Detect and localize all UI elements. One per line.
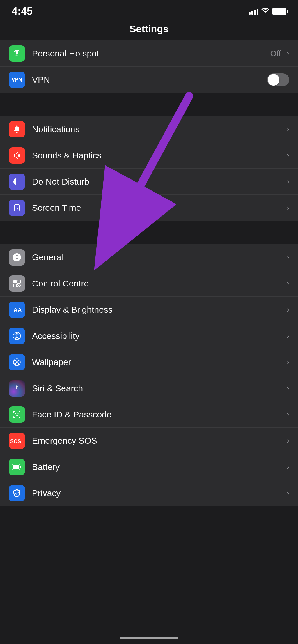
personal-hotspot-icon: [9, 45, 25, 62]
svg-rect-4: [13, 280, 17, 283]
control-centre-chevron: ›: [287, 279, 289, 288]
battery-icon: [272, 8, 286, 15]
settings-row-battery[interactable]: Battery ›: [0, 454, 298, 480]
accessibility-label: Accessibility: [32, 331, 284, 341]
status-bar: 4:45: [0, 0, 298, 20]
screentime-label: Screen Time: [32, 203, 284, 213]
battery-chevron: ›: [287, 462, 289, 471]
svg-rect-21: [20, 411, 20, 413]
settings-row-faceid[interactable]: Face ID & Passcode ›: [0, 401, 298, 428]
notifications-label: Notifications: [32, 124, 284, 134]
svg-rect-31: [20, 466, 21, 468]
settings-row-siri[interactable]: Siri & Search ›: [0, 375, 298, 401]
emergency-sos-chevron: ›: [287, 436, 289, 445]
status-icons: [249, 7, 286, 15]
accessibility-chevron: ›: [287, 331, 289, 340]
settings-row-accessibility[interactable]: Accessibility ›: [0, 323, 298, 349]
emergency-sos-icon: SOS: [9, 433, 25, 449]
home-indicator: [120, 637, 178, 639]
accessibility-icon: [9, 328, 25, 344]
control-centre-label: Control Centre: [32, 279, 284, 289]
siri-chevron: ›: [287, 384, 289, 393]
sounds-chevron: ›: [287, 151, 289, 160]
sounds-label: Sounds & Haptics: [32, 151, 284, 160]
donotdisturb-icon: [9, 174, 25, 190]
privacy-icon: [9, 485, 25, 501]
screentime-chevron: ›: [287, 204, 289, 213]
svg-text:SOS: SOS: [10, 438, 21, 444]
wallpaper-icon: [9, 354, 25, 370]
page-title: Settings: [0, 20, 298, 40]
settings-row-notifications[interactable]: Notifications ›: [0, 116, 298, 142]
privacy-chevron: ›: [287, 489, 289, 498]
vpn-icon: VPN: [9, 72, 25, 88]
vpn-label: VPN: [32, 75, 267, 85]
settings-row-control-centre[interactable]: Control Centre ›: [0, 270, 298, 297]
personal-hotspot-value: Off: [270, 49, 281, 58]
group-separator-2: [0, 233, 298, 244]
display-chevron: ›: [287, 305, 289, 314]
settings-row-display[interactable]: AA Display & Brightness ›: [0, 297, 298, 323]
svg-point-8: [18, 285, 19, 286]
svg-point-26: [15, 413, 16, 414]
svg-point-27: [18, 413, 19, 414]
svg-rect-5: [17, 280, 20, 283]
settings-group-main: General › Control Centre › AA Display & …: [0, 244, 298, 506]
settings-row-personal-hotspot[interactable]: Personal Hotspot Off ›: [0, 40, 298, 67]
display-icon: AA: [9, 302, 25, 318]
faceid-icon: [9, 406, 25, 423]
settings-row-vpn[interactable]: VPN VPN: [0, 67, 298, 93]
donotdisturb-chevron: ›: [287, 177, 289, 186]
faceid-label: Face ID & Passcode: [32, 410, 284, 420]
settings-group-notifications: Notifications › Sounds & Haptics › Do No…: [0, 116, 298, 221]
group-separator-1: [0, 105, 298, 116]
settings-row-donotdisturb[interactable]: Do Not Disturb ›: [0, 169, 298, 195]
wifi-icon: [261, 7, 269, 15]
personal-hotspot-chevron: ›: [287, 49, 289, 58]
privacy-label: Privacy: [32, 488, 284, 498]
display-label: Display & Brightness: [32, 305, 284, 315]
settings-row-wallpaper[interactable]: Wallpaper ›: [0, 349, 298, 375]
svg-rect-19: [13, 411, 14, 413]
control-centre-icon: [9, 275, 25, 292]
battery-setting-icon: [9, 459, 25, 475]
emergency-sos-label: Emergency SOS: [32, 436, 284, 446]
general-label: General: [32, 252, 284, 262]
vpn-toggle[interactable]: [267, 73, 289, 86]
donotdisturb-label: Do Not Disturb: [32, 177, 284, 187]
svg-rect-25: [20, 416, 20, 418]
notifications-icon: [9, 121, 25, 137]
general-icon: [9, 249, 25, 266]
siri-icon: [9, 380, 25, 397]
general-chevron: ›: [287, 253, 289, 262]
settings-row-emergency-sos[interactable]: SOS Emergency SOS ›: [0, 428, 298, 454]
svg-text:AA: AA: [13, 307, 22, 313]
screentime-icon: [9, 200, 25, 216]
settings-row-general[interactable]: General ›: [0, 244, 298, 270]
battery-label: Battery: [32, 462, 284, 472]
personal-hotspot-label: Personal Hotspot: [32, 49, 270, 59]
svg-rect-30: [13, 465, 19, 469]
settings-group-network: Personal Hotspot Off › VPN VPN: [0, 40, 298, 93]
sounds-icon: [9, 147, 25, 164]
faceid-chevron: ›: [287, 410, 289, 419]
status-time: 4:45: [12, 5, 33, 17]
notifications-chevron: ›: [287, 125, 289, 134]
vpn-toggle-thumb: [268, 74, 279, 86]
wallpaper-label: Wallpaper: [32, 357, 284, 367]
signal-icon: [249, 8, 258, 15]
svg-rect-23: [13, 416, 14, 418]
settings-row-sounds[interactable]: Sounds & Haptics ›: [0, 142, 298, 169]
siri-label: Siri & Search: [32, 383, 284, 393]
settings-row-privacy[interactable]: Privacy ›: [0, 480, 298, 506]
settings-row-screentime[interactable]: Screen Time ›: [0, 195, 298, 221]
svg-rect-6: [13, 284, 17, 287]
wallpaper-chevron: ›: [287, 358, 289, 367]
